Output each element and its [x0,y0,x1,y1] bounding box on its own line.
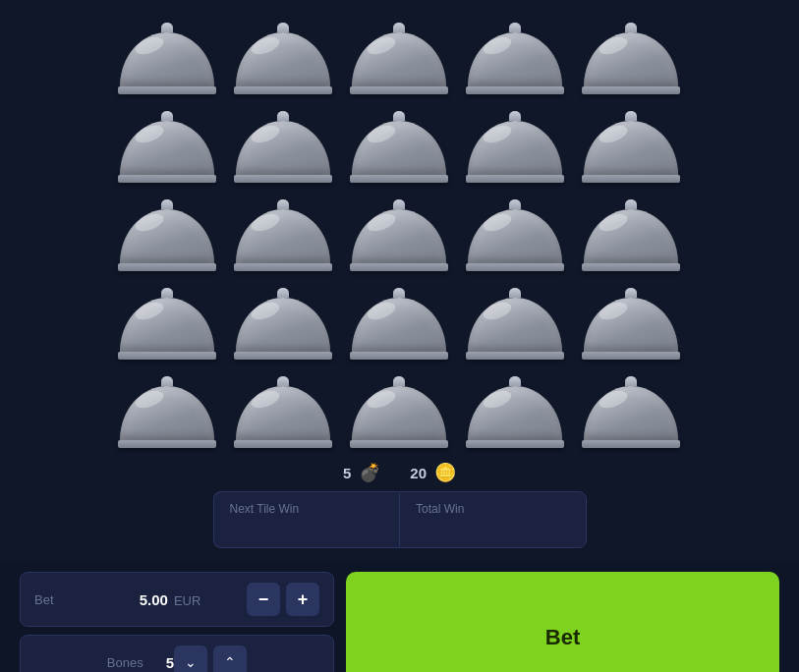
dome-handle [161,111,173,121]
tile-1[interactable] [115,20,219,98]
dome-handle [277,23,289,32]
dome-handle [393,111,405,121]
tile-2[interactable] [231,20,335,98]
tile-23[interactable] [347,373,451,452]
tile-14[interactable] [463,196,567,275]
tile-12[interactable] [231,196,335,275]
dome-base [466,175,564,183]
dome-body [584,298,678,352]
dome-base [466,352,564,360]
bones-value: 5 [166,654,174,671]
dome-body [468,32,562,86]
dome-handle [277,288,289,298]
dome-body [468,298,562,352]
bet-increase-button[interactable]: + [286,583,319,616]
tile-19[interactable] [463,285,567,364]
dome-handle [625,288,637,298]
dome-body [352,298,446,352]
bones-row: Bones 5 ⌄ ⌃ Initial multiplier (1.23 ) [20,635,334,672]
bet-button[interactable]: Bet [346,572,779,672]
bones-label: Bones [107,655,166,670]
dome-body [584,386,678,440]
dome-base [234,86,332,94]
tile-18[interactable] [347,285,451,364]
tile-8[interactable] [347,108,451,187]
dome-body [120,298,214,352]
tile-13[interactable] [347,196,451,275]
tile-5[interactable] [579,20,683,98]
mines-count: 5 [343,465,351,481]
tile-21[interactable] [115,373,219,452]
dome-base [350,86,448,94]
gems-count: 20 [410,465,427,481]
dome-handle [161,376,173,386]
dome-handle [277,376,289,386]
info-bar: 5 💣 20 🪙 [343,462,456,483]
dome-base [466,86,564,94]
total-win-panel: Total Win [399,491,587,548]
bet-label: Bet [34,592,93,607]
dome-handle [277,199,289,209]
dome-base [234,352,332,360]
tile-7[interactable] [231,108,335,187]
dome-body [236,386,330,440]
dome-body [120,121,214,175]
tile-6[interactable] [115,108,219,187]
dome-body [352,121,446,175]
tile-4[interactable] [463,20,567,98]
dome-handle [393,376,405,386]
tile-3[interactable] [347,20,451,98]
tile-24[interactable] [463,373,567,452]
dome-body [352,32,446,86]
dome-body [236,121,330,175]
win-panels: Next Tile Win Total Win [213,491,587,548]
next-tile-win-value [230,520,384,537]
dome-handle [161,23,173,32]
bones-main: Bones 5 ⌄ ⌃ [107,645,247,672]
dome-base [582,175,680,183]
dome-handle [277,111,289,121]
dome-base [350,175,448,183]
bet-btn-group: − + [247,583,319,616]
next-tile-win-panel: Next Tile Win [213,491,400,548]
dome-body [236,32,330,86]
tile-10[interactable] [579,108,683,187]
dome-body [236,298,330,352]
game-area: 5 💣 20 🪙 Next Tile Win Total Win [0,0,799,562]
dome-handle [393,288,405,298]
left-controls: Bet 5.00EUR − + Bones 5 ⌄ ⌃ Initial mult… [20,572,334,672]
dome-handle [509,199,521,209]
dome-base [350,440,448,448]
dome-base [118,440,216,448]
gems-info: 20 🪙 [410,462,456,483]
total-win-label: Total Win [416,502,570,516]
bet-decrease-button[interactable]: − [247,583,280,616]
bones-btn-group: ⌄ ⌃ [174,645,247,672]
tile-11[interactable] [115,196,219,275]
tile-9[interactable] [463,108,567,187]
gems-icon: 🪙 [434,462,456,483]
dome-base [118,86,216,94]
bones-decrease-button[interactable]: ⌄ [174,645,207,672]
bottom-controls: Bet 5.00EUR − + Bones 5 ⌄ ⌃ Initial mult… [0,562,799,672]
dome-handle [393,23,405,32]
dome-body [468,209,562,263]
dome-body [352,209,446,263]
tile-25[interactable] [579,373,683,452]
bones-increase-button[interactable]: ⌃ [213,645,247,672]
dome-base [350,263,448,271]
tile-16[interactable] [115,285,219,364]
dome-body [120,32,214,86]
tile-20[interactable] [579,285,683,364]
dome-handle [161,199,173,209]
dome-body [120,386,214,440]
dome-body [584,121,678,175]
tile-22[interactable] [231,373,335,452]
dome-base [118,352,216,360]
tile-grid [115,20,685,452]
tile-17[interactable] [231,285,335,364]
mines-info: 5 💣 [343,462,380,483]
tile-15[interactable] [579,196,683,275]
dome-body [352,386,446,440]
dome-handle [625,23,637,32]
